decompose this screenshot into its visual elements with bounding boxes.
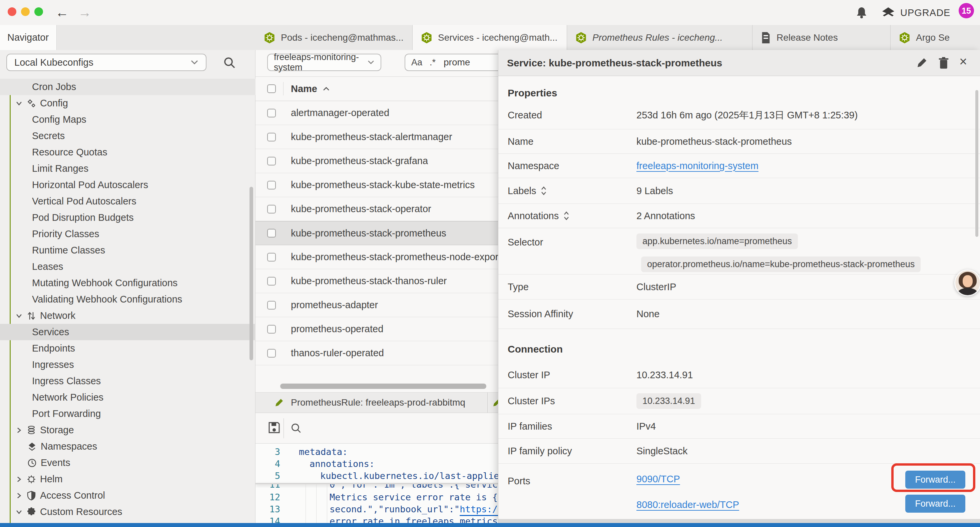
sidebar-group-access-control[interactable]: Access Control xyxy=(0,487,256,504)
sidebar-item-pod-disruption-budgets[interactable]: Pod Disruption Budgets xyxy=(0,209,256,226)
select-all-checkbox[interactable] xyxy=(267,84,276,93)
row-checkbox[interactable] xyxy=(267,253,276,261)
sidebar-group-custom-resources[interactable]: Custom Resources xyxy=(0,504,256,520)
sidebar-item-limit-ranges[interactable]: Limit Ranges xyxy=(0,161,256,177)
upgrade-chevrons-icon xyxy=(881,6,896,19)
close-icon[interactable]: × xyxy=(959,54,967,69)
sidebar-item-namespaces[interactable]: Namespaces xyxy=(0,438,256,455)
row-checkbox[interactable] xyxy=(267,133,276,142)
table-row[interactable]: kube-prometheus-stack-kube-state-metrics xyxy=(256,173,498,197)
table-header: Name xyxy=(256,77,498,101)
selector-chip[interactable]: operator.prometheus.io/name=kube-prometh… xyxy=(641,256,921,272)
namespace-link[interactable]: freeleaps-monitoring-system xyxy=(636,161,759,172)
sidebar-item-runtime-classes[interactable]: Runtime Classes xyxy=(0,242,256,258)
runbook-url-link[interactable]: https://net xyxy=(460,504,498,514)
sidebar-group-helm[interactable]: Helm xyxy=(0,471,256,487)
sidebar-group-storage[interactable]: Storage xyxy=(0,422,256,438)
column-header-name[interactable]: Name xyxy=(291,83,317,94)
row-checkbox[interactable] xyxy=(267,109,276,118)
row-checkbox[interactable] xyxy=(267,301,276,309)
row-checkbox[interactable] xyxy=(267,277,276,285)
horizontal-scrollbar[interactable] xyxy=(280,384,486,389)
save-icon[interactable] xyxy=(267,421,281,434)
sidebar-item-secrets[interactable]: Secrets xyxy=(0,128,256,144)
tab-pods[interactable]: Pods - icecheng@mathmas... xyxy=(256,25,413,50)
sidebar-item-config-maps[interactable]: Config Maps xyxy=(0,111,256,128)
search-icon[interactable] xyxy=(223,56,236,69)
table-row[interactable]: kube-prometheus-stack-prometheus-node-ex… xyxy=(256,245,498,269)
row-checkbox[interactable] xyxy=(267,325,276,334)
trash-icon[interactable] xyxy=(938,57,949,69)
tab-release-notes[interactable]: Release Notes xyxy=(752,25,891,50)
port-link-8080-reloader-web[interactable]: 8080:reloader-web/TCP xyxy=(636,499,739,510)
window-bottom-accent-bar xyxy=(0,523,980,527)
kubernetes-icon xyxy=(421,32,433,44)
close-window-button[interactable] xyxy=(8,7,16,16)
port-link-9090[interactable]: 9090/TCP xyxy=(636,474,739,485)
edit-pencil-icon[interactable] xyxy=(916,57,928,69)
minimize-window-button[interactable] xyxy=(21,7,30,16)
notifications-bell-icon[interactable] xyxy=(856,7,867,19)
table-row[interactable]: thanos-ruler-operated xyxy=(256,341,498,365)
sidebar-item-network-policies[interactable]: Network Policies xyxy=(0,389,256,406)
match-case-toggle[interactable]: Aa xyxy=(411,57,422,68)
tab-argo[interactable]: Argo Se xyxy=(891,25,980,50)
regex-toggle[interactable]: .* xyxy=(430,57,436,68)
table-row-selected[interactable]: kube-prometheus-stack-prometheus xyxy=(256,221,498,245)
sidebar-item-validating-webhook-configurations[interactable]: Validating Webhook Configurations xyxy=(0,291,256,307)
table-row[interactable]: kube-prometheus-stack-operator xyxy=(256,197,498,221)
sidebar-item-priority-classes[interactable]: Priority Classes xyxy=(0,226,256,242)
sidebar-item-leases[interactable]: Leases xyxy=(0,258,256,275)
expand-collapse-icon[interactable] xyxy=(541,186,547,196)
sidebar-item-definitions[interactable]: Definitions xyxy=(0,520,256,523)
table-row[interactable]: alertmanager-operated xyxy=(256,101,498,125)
notification-count-badge[interactable]: 15 xyxy=(959,3,974,18)
sidebar-group-config[interactable]: Config xyxy=(0,95,256,111)
table-row[interactable]: kube-prometheus-stack-alertmanager xyxy=(256,125,498,149)
row-checkbox[interactable] xyxy=(267,157,276,166)
forward-arrow-icon[interactable]: → xyxy=(78,0,91,25)
selector-chip[interactable]: app.kubernetes.io/name=prometheus xyxy=(636,234,798,249)
expand-collapse-icon[interactable] xyxy=(563,211,570,220)
search-icon[interactable] xyxy=(290,422,302,434)
tab-services[interactable]: Services - icecheng@math... × xyxy=(413,25,567,50)
user-avatar[interactable] xyxy=(954,269,980,296)
sidebar-item-endpoints[interactable]: Endpoints xyxy=(0,340,256,357)
row-checkbox[interactable] xyxy=(267,181,276,189)
sidebar-item-events[interactable]: Events xyxy=(0,455,256,471)
sidebar-item-ingress-classes[interactable]: Ingress Classes xyxy=(0,373,256,389)
kubeconfig-dropdown[interactable]: Local Kubeconfigs xyxy=(6,54,207,71)
tab-prometheus-rules[interactable]: Prometheus Rules - icecheng... xyxy=(567,25,752,50)
yaml-editor[interactable]: 3metadata: 4annotations: 5kubectl.kubern… xyxy=(256,444,498,523)
sidebar-scrollbar[interactable] xyxy=(250,187,253,360)
sidebar-item-services[interactable]: Services xyxy=(0,324,256,340)
table-row[interactable]: prometheus-adapter xyxy=(256,293,498,317)
sidebar-group-network[interactable]: Network xyxy=(0,307,256,324)
table-row[interactable]: kube-prometheus-stack-thanos-ruler xyxy=(256,269,498,293)
maximize-window-button[interactable] xyxy=(34,7,43,16)
sidebar-item-resource-quotas[interactable]: Resource Quotas xyxy=(0,144,256,161)
tab-navigator[interactable]: Navigator xyxy=(0,25,57,50)
namespace-dropdown[interactable]: freeleaps-monitoring-system xyxy=(267,54,381,71)
sidebar-item-ingresses[interactable]: Ingresses xyxy=(0,357,256,373)
editor-tab-next[interactable] xyxy=(488,393,498,412)
row-checkbox[interactable] xyxy=(267,229,276,237)
back-arrow-icon[interactable]: ← xyxy=(56,0,69,25)
filter-input[interactable] xyxy=(443,57,484,68)
row-checkbox[interactable] xyxy=(267,349,276,358)
cluster-ip-chip[interactable]: 10.233.14.91 xyxy=(636,393,701,409)
editor-tab-prometheusrule[interactable]: PrometheusRule: freeleaps-prod-rabbitmq xyxy=(256,393,488,412)
sidebar-item-port-forwarding[interactable]: Port Forwarding xyxy=(0,406,256,422)
table-row[interactable]: prometheus-operated xyxy=(256,317,498,341)
forward-port-button[interactable]: Forward... xyxy=(905,495,965,513)
sidebar-item-cron-jobs[interactable]: Cron Jobs xyxy=(0,79,256,95)
table-row[interactable]: kube-prometheus-stack-grafana xyxy=(256,149,498,173)
sidebar-item-mutating-webhook-configurations[interactable]: Mutating Webhook Configurations xyxy=(0,275,256,291)
sidebar-item-horizontal-pod-autoscalers[interactable]: Horizontal Pod Autoscalers xyxy=(0,177,256,193)
row-checkbox[interactable] xyxy=(267,205,276,213)
forward-port-button[interactable]: Forward... xyxy=(905,471,965,489)
sort-ascending-icon[interactable] xyxy=(323,86,330,91)
upgrade-button[interactable]: UPGRADE xyxy=(881,6,950,19)
sidebar-item-vertical-pod-autoscalers[interactable]: Vertical Pod Autoscalers xyxy=(0,193,256,209)
detail-panel-scrollbar[interactable] xyxy=(975,90,978,237)
